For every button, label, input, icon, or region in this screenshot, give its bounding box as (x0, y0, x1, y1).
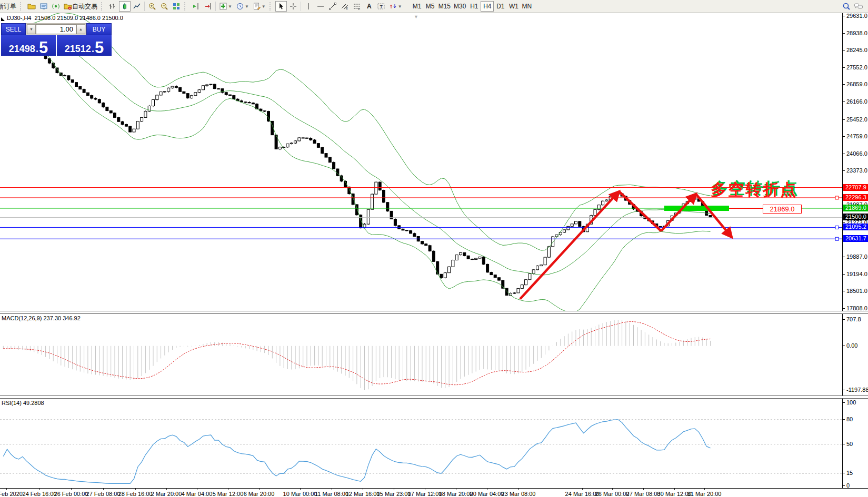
text-label-icon: T (377, 2, 385, 11)
vertical-line-button[interactable] (303, 1, 314, 12)
toolbar-grip[interactable] (20, 2, 24, 11)
volume-decrease-button[interactable]: ▼ (27, 24, 36, 34)
sell-price-button[interactable]: 21498 . 5 (1, 35, 56, 56)
tick-mark (843, 136, 845, 137)
price-flag-label[interactable]: 21869.0 (763, 205, 802, 214)
highlight-bar[interactable] (664, 206, 729, 211)
timeframe-M30[interactable]: M30 (452, 1, 467, 12)
rsi-axis-tick: 0 (843, 482, 868, 488)
price-axis-tick: 19194.0 (843, 271, 868, 278)
signals-button[interactable] (50, 1, 62, 12)
fibonacci-icon: F (353, 2, 361, 11)
time-axis-label: 6 Mar 20:00 (244, 491, 275, 497)
timeframe-H1[interactable]: H1 (467, 1, 481, 12)
tile-windows-icon (172, 2, 181, 11)
new-order-button[interactable]: 新订单 (0, 1, 18, 12)
rsi-pane[interactable]: RSI(14) 49.2808 1008050150 (0, 399, 868, 488)
equidistant-channel-button[interactable]: E (339, 1, 351, 12)
horizontal-line-button[interactable] (315, 1, 326, 12)
main-chart-canvas[interactable] (0, 13, 842, 311)
profiles-button[interactable] (26, 1, 37, 12)
tile-windows-button[interactable] (171, 1, 182, 12)
chart-shift-marker-icon: ▼ (414, 14, 418, 19)
timeframe-D1[interactable]: D1 (494, 1, 507, 12)
volume-input[interactable]: 1.00 (36, 24, 76, 34)
cursor-button[interactable] (275, 1, 287, 12)
time-axis-label: 11 Mar 08:00 (315, 491, 348, 497)
line-chart-button[interactable] (131, 1, 143, 12)
price-flag-connector (729, 208, 763, 209)
time-axis-tick (71, 489, 72, 490)
text-label-button[interactable]: T (375, 1, 387, 12)
sell-tab[interactable]: SELL (1, 23, 26, 35)
chat-button[interactable] (852, 1, 865, 12)
tick-mark (843, 33, 845, 34)
line-chart-icon (133, 2, 141, 11)
timeframe-M5[interactable]: M5 (424, 1, 437, 12)
timeframe-W1[interactable]: W1 (507, 1, 520, 12)
time-axis-tick (6, 489, 7, 490)
periods-button[interactable]: ▼ (234, 1, 251, 12)
chevron-down-icon: ▼ (262, 4, 266, 9)
time-axis-label: 27 Mar 08:00 (626, 491, 661, 497)
rsi-axis-tick: 15 (843, 470, 868, 476)
tick-mark (843, 222, 845, 223)
timeframe-MN[interactable]: MN (520, 1, 533, 12)
autotrading-button[interactable]: 自动交易 (62, 1, 99, 12)
buy-price-button[interactable]: 21512 . 5 (57, 35, 112, 56)
toolbar-grip[interactable] (184, 2, 188, 11)
timeframe-M1[interactable]: M1 (411, 1, 424, 12)
time-axis-tick (487, 489, 487, 490)
volume-increase-button[interactable]: ▲ (76, 24, 85, 34)
tick-mark (843, 154, 845, 154)
tick-mark (843, 50, 845, 50)
market-watch-button[interactable] (38, 1, 49, 12)
arrows-button[interactable]: ▼ (387, 1, 404, 12)
candlestick-chart-button[interactable] (119, 1, 131, 12)
timeframe-H4[interactable]: H4 (481, 1, 494, 12)
time-axis-label: 26 Mar 00:00 (595, 491, 630, 497)
toolbar-grip[interactable] (270, 2, 273, 11)
rsi-axis[interactable]: 1008050150 (842, 399, 868, 488)
time-axis-tick (582, 489, 583, 490)
chevron-down-icon: ▼ (228, 4, 232, 9)
trendline-button[interactable] (327, 1, 338, 12)
text-button[interactable]: A (363, 1, 375, 12)
sell-price-main: 21498 (9, 44, 35, 54)
buy-tab[interactable]: BUY (86, 23, 112, 35)
crosshair-button[interactable] (287, 1, 299, 12)
sell-price-big: 5 (39, 42, 48, 54)
time-axis-tick (394, 489, 394, 490)
turning-point-annotation[interactable]: 多空转折点 (711, 179, 797, 201)
time-axis[interactable]: 21 Feb 202024 Feb 16:0026 Feb 00:0027 Fe… (0, 488, 868, 497)
chart-shift-button[interactable] (190, 1, 202, 12)
macd-canvas[interactable] (0, 314, 842, 395)
bar-chart-button[interactable] (107, 1, 118, 12)
timeframe-M15[interactable]: M15 (437, 1, 452, 12)
price-axis[interactable]: 29631.028938.028245.027552.026859.026166… (842, 13, 868, 311)
time-axis-tick (643, 489, 644, 490)
zoom-out-icon (160, 2, 168, 11)
zoom-out-button[interactable] (158, 1, 170, 12)
zoom-in-button[interactable] (146, 1, 158, 12)
macd-axis-tick: 0.00 (843, 342, 868, 349)
clock-icon (236, 2, 244, 11)
fibonacci-button[interactable]: F (351, 1, 363, 12)
macd-pane[interactable]: MACD(12,26,9) 237.30 346.92 707.80.00-11… (0, 314, 868, 395)
chevron-down-icon: ▼ (398, 4, 402, 9)
vertical-line-icon (304, 2, 313, 11)
tick-mark (843, 291, 845, 291)
macd-axis[interactable]: 707.80.00-1197.88 (842, 314, 868, 395)
auto-scroll-button[interactable] (202, 1, 214, 12)
rsi-canvas[interactable] (0, 399, 842, 488)
templates-button[interactable]: ▼ (251, 1, 267, 12)
search-button[interactable] (841, 1, 852, 12)
rsi-line (3, 420, 710, 484)
price-badge: 21869.0 (843, 205, 868, 211)
main-chart-pane[interactable]: DJ30-,H4 21508.0 21509.0 21486.0 21500.0… (0, 13, 868, 311)
toolbar-grip[interactable] (101, 2, 105, 11)
add-indicator-button[interactable]: ▼ (217, 1, 234, 12)
time-axis-tick (612, 489, 613, 490)
cursor-icon (277, 2, 285, 11)
tick-mark (843, 170, 845, 171)
